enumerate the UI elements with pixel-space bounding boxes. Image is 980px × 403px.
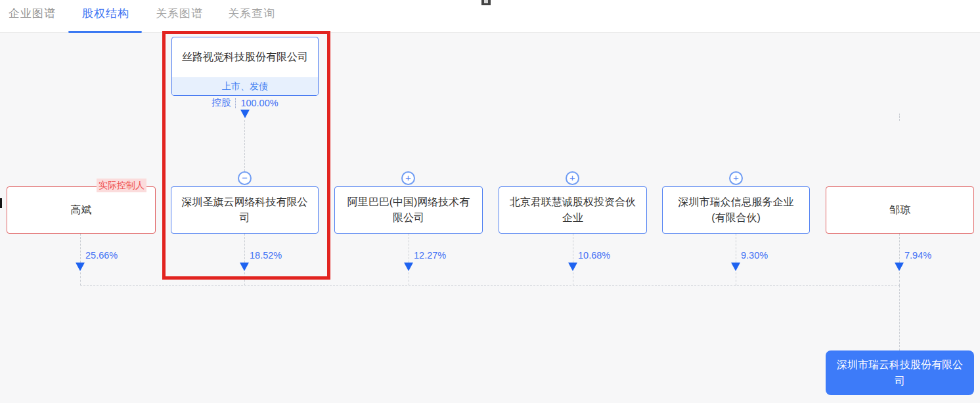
arrow-down-icon	[731, 263, 740, 271]
tab-relationship-query[interactable]: 关系查询	[228, 6, 275, 21]
ownership-percent: 12.27%	[414, 250, 446, 261]
relation-percent-label: 100.00%	[240, 98, 278, 108]
connector-line	[736, 272, 736, 286]
relation-separator	[235, 98, 236, 108]
parent-company-name: 丝路视觉科技股份有限公司	[172, 37, 318, 77]
connector-line	[409, 234, 409, 263]
connector-line	[899, 234, 900, 263]
left-edge-mark	[0, 198, 2, 208]
node-shareholder-alibaba[interactable]: 阿里巴巴(中国)网络技术有限公司	[334, 186, 483, 234]
active-tab-underline	[68, 31, 142, 33]
expand-circle-icon[interactable]: +	[401, 171, 415, 185]
ownership-percent: 7.94%	[904, 250, 931, 261]
connector-line	[736, 234, 736, 263]
node-shareholder-ruizhong[interactable]: 深圳市瑞众信息服务企业(有限合伙)	[662, 186, 810, 234]
ownership-percent: 9.30%	[741, 250, 768, 261]
connector-line	[409, 272, 409, 286]
arrow-down-icon	[568, 263, 577, 271]
expand-circle-icon[interactable]: +	[729, 171, 743, 185]
node-shareholder-junlian[interactable]: 北京君联慧诚股权投资合伙企业	[499, 186, 647, 234]
node-shareholder-shengqiyun[interactable]: 深圳圣旗云网络科技有限公司	[171, 186, 319, 234]
node-shareholder-gaobin[interactable]: 高斌	[7, 186, 156, 234]
arrow-down-icon	[240, 263, 249, 271]
connector-line	[573, 272, 573, 286]
tab-equity-structure[interactable]: 股权结构	[82, 6, 129, 21]
ownership-percent: 25.66%	[85, 250, 118, 261]
connector-line	[899, 272, 900, 286]
top-edge-mark	[481, 0, 491, 5]
arrow-down-icon	[240, 110, 250, 118]
connector-line	[244, 120, 245, 171]
tab-enterprise-graph[interactable]: 企业图谱	[9, 6, 56, 21]
connector-line	[244, 234, 245, 263]
horizontal-bus-line	[80, 285, 900, 286]
arrow-down-icon	[404, 263, 413, 271]
node-parent-company[interactable]: 丝路视觉科技股份有限公司 上市、发债	[171, 37, 319, 96]
node-target-company[interactable]: 深圳市瑞云科技股份有限公司	[826, 350, 974, 395]
actual-controller-badge: 实际控制人	[97, 179, 146, 192]
listed-bond-tag: 上市、发债	[172, 77, 318, 95]
equity-structure-screen: 企业图谱 股权结构 关系图谱 关系查询 + 丝路视觉科技股份有限公司 上市、发债…	[0, 0, 980, 403]
connector-line	[80, 272, 81, 286]
expand-circle-icon[interactable]: +	[566, 171, 579, 185]
ownership-percent: 18.52%	[250, 250, 282, 261]
tab-relationship-graph[interactable]: 关系图谱	[156, 6, 203, 21]
node-shareholder-zouqiong[interactable]: 邹琼	[826, 186, 974, 234]
holding-relation-label: 控股 100.00%	[171, 96, 319, 109]
arrow-down-icon	[76, 263, 85, 271]
connector-line	[899, 286, 900, 350]
arrow-down-icon	[895, 263, 904, 271]
relation-type-label: 控股	[212, 96, 231, 109]
connector-line	[80, 234, 81, 263]
connector-line	[573, 234, 573, 263]
collapse-circle-icon[interactable]: −	[238, 171, 252, 185]
ownership-percent: 10.68%	[578, 250, 610, 261]
connector-line-stub	[899, 114, 900, 121]
connector-line	[244, 272, 245, 286]
